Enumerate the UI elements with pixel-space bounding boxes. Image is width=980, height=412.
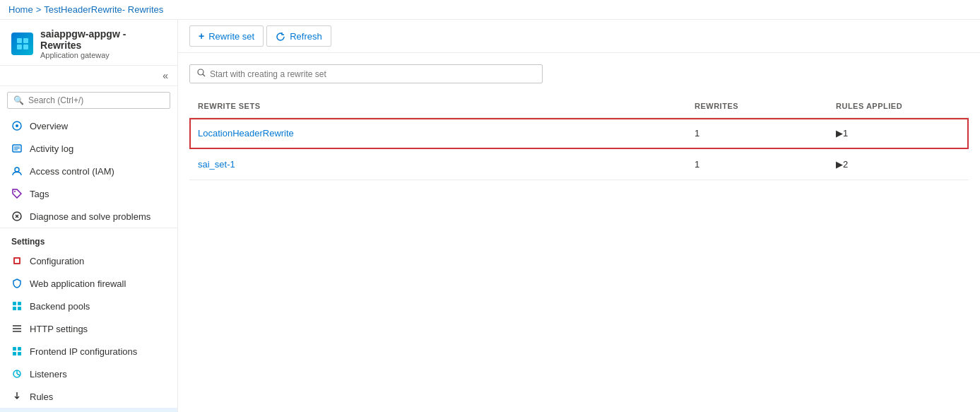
svg-point-11: [14, 191, 16, 192]
svg-point-35: [198, 69, 203, 75]
settings-section-label: Settings: [0, 228, 177, 249]
sidebar-item-frontend-ip-label: Frontend IP configurations: [30, 346, 137, 357]
col-header-rules-applied: RULES APPLIED: [827, 99, 969, 113]
sidebar-item-backend-pools-label: Backend pools: [30, 301, 90, 312]
sidebar-item-activity-log-label: Activity log: [30, 143, 73, 154]
svg-rect-19: [13, 307, 16, 310]
svg-rect-26: [13, 352, 16, 355]
main-content: + Rewrite set Refresh: [178, 20, 980, 412]
sidebar-item-rewrites[interactable]: Rewrites: [0, 408, 177, 412]
sidebar-item-listeners-label: Listeners: [30, 369, 67, 379]
svg-rect-2: [17, 45, 22, 49]
breadcrumb: Home > TestHeaderRewrite- Rewrites: [0, 0, 980, 20]
cell-rewrites-1: 1: [686, 122, 827, 144]
sidebar-item-rules-label: Rules: [30, 392, 53, 402]
configuration-icon: [11, 255, 23, 266]
tags-icon: [11, 188, 23, 199]
svg-rect-3: [23, 45, 28, 49]
access-control-icon: [11, 165, 23, 177]
sidebar-nav: Overview Activity log Access control (IA…: [0, 114, 177, 412]
rules-icon: [11, 391, 23, 402]
search-icon: 🔍: [13, 95, 24, 105]
http-settings-icon: [11, 323, 23, 334]
app-subtitle: Application gateway: [40, 51, 166, 59]
sidebar-item-rules[interactable]: Rules: [0, 385, 177, 408]
sidebar-item-tags[interactable]: Tags: [0, 182, 177, 205]
rewrite-set-button[interactable]: + Rewrite set: [189, 25, 264, 47]
col-header-rewrite-sets: REWRITE SETS: [189, 99, 686, 113]
svg-rect-25: [18, 347, 21, 351]
sidebar-item-backend-pools[interactable]: Backend pools: [0, 295, 177, 317]
listeners-icon: [11, 368, 23, 379]
collapse-button[interactable]: «: [158, 69, 172, 83]
sidebar-header: saiappgw-appgw - Rewrites Application ga…: [0, 20, 177, 66]
col-header-rewrites: REWRITES: [686, 99, 827, 113]
table-row[interactable]: sai_set-1 1 ▶2: [189, 149, 969, 180]
svg-line-36: [203, 74, 205, 76]
app-icon: [11, 33, 33, 55]
svg-point-5: [16, 124, 18, 127]
breadcrumb-sep: >: [36, 4, 42, 15]
sidebar-item-frontend-ip[interactable]: Frontend IP configurations: [0, 340, 177, 363]
refresh-button[interactable]: Refresh: [266, 25, 331, 47]
table-header: REWRITE SETS REWRITES RULES APPLIED: [189, 95, 969, 118]
content-body: REWRITE SETS REWRITES RULES APPLIED Loca…: [178, 53, 980, 412]
sidebar-item-diagnose-label: Diagnose and solve problems: [30, 211, 150, 222]
cell-rules-applied-2: ▶2: [827, 153, 969, 175]
plus-icon: +: [199, 30, 204, 42]
cell-rewrites-2: 1: [686, 153, 827, 175]
svg-rect-16: [15, 259, 19, 263]
cell-rewrite-set-name-1[interactable]: LocationHeaderRewrite: [189, 122, 686, 144]
diagnose-icon: [11, 211, 23, 222]
breadcrumb-home[interactable]: Home: [8, 4, 33, 15]
activity-log-icon: [11, 143, 23, 154]
svg-line-30: [17, 374, 20, 375]
table-row[interactable]: LocationHeaderRewrite 1 ▶1: [189, 118, 969, 149]
rewrite-sets-table: REWRITE SETS REWRITES RULES APPLIED Loca…: [189, 95, 969, 180]
sidebar-item-overview[interactable]: Overview: [0, 114, 177, 137]
toolbar: + Rewrite set Refresh: [178, 20, 980, 53]
sidebar-item-configuration-label: Configuration: [30, 256, 84, 266]
filter-box[interactable]: [189, 64, 543, 83]
svg-rect-1: [23, 38, 28, 43]
sidebar-search-box[interactable]: 🔍: [7, 92, 170, 109]
svg-point-10: [15, 167, 19, 172]
breadcrumb-current: TestHeaderRewrite- Rewrites: [44, 4, 163, 15]
frontend-ip-icon: [11, 346, 23, 357]
sidebar-item-waf-label: Web application firewall: [30, 278, 126, 289]
svg-rect-20: [18, 307, 21, 310]
svg-rect-17: [13, 302, 16, 305]
overview-icon: [11, 120, 23, 131]
filter-search-icon: [197, 69, 206, 79]
rewrite-set-label: Rewrite set: [208, 31, 254, 42]
sidebar-item-access-control[interactable]: Access control (IAM): [0, 160, 177, 182]
search-input[interactable]: [28, 95, 164, 105]
refresh-label: Refresh: [290, 31, 322, 42]
svg-rect-0: [17, 38, 22, 43]
app-title: saiappgw-appgw - Rewrites: [40, 28, 166, 51]
cell-rules-applied-1: ▶1: [827, 122, 969, 144]
svg-rect-18: [18, 302, 21, 305]
backend-pools-icon: [11, 300, 23, 312]
sidebar-header-text: saiappgw-appgw - Rewrites Application ga…: [40, 28, 166, 59]
sidebar-item-http-settings[interactable]: HTTP settings: [0, 317, 177, 340]
sidebar-item-diagnose[interactable]: Diagnose and solve problems: [0, 205, 177, 228]
svg-rect-24: [13, 347, 16, 351]
sidebar: saiappgw-appgw - Rewrites Application ga…: [0, 20, 178, 412]
svg-rect-27: [18, 352, 21, 355]
waf-icon: [11, 278, 23, 289]
sidebar-item-waf[interactable]: Web application firewall: [0, 272, 177, 295]
sidebar-item-listeners[interactable]: Listeners: [0, 363, 177, 385]
sidebar-item-tags-label: Tags: [30, 189, 49, 199]
filter-input[interactable]: [210, 69, 535, 79]
sidebar-item-access-control-label: Access control (IAM): [30, 166, 114, 177]
sidebar-item-activity-log[interactable]: Activity log: [0, 137, 177, 160]
refresh-icon: [276, 30, 285, 42]
cell-rewrite-set-name-2[interactable]: sai_set-1: [189, 153, 686, 175]
sidebar-collapse-bar: «: [0, 66, 178, 86]
sidebar-item-http-settings-label: HTTP settings: [30, 324, 88, 334]
sidebar-item-overview-label: Overview: [30, 121, 68, 131]
sidebar-item-configuration[interactable]: Configuration: [0, 249, 177, 272]
